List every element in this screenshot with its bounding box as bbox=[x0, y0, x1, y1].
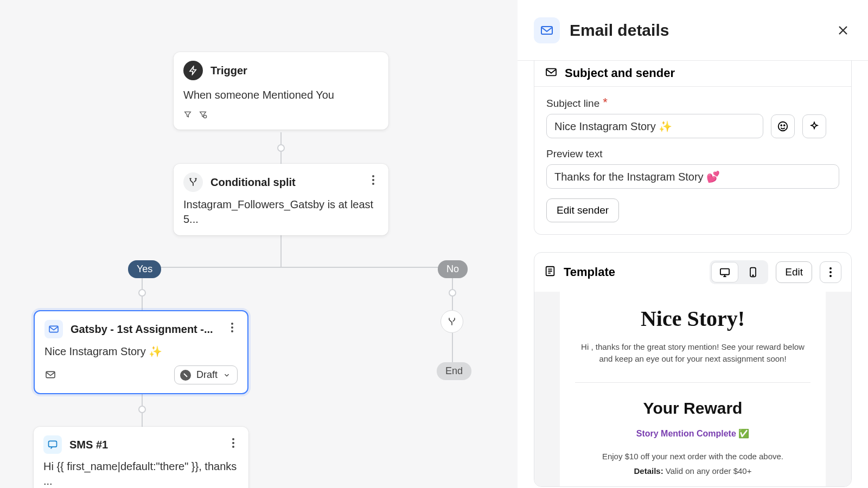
svg-rect-15 bbox=[49, 326, 58, 332]
email-node-subject: Nice Instagram Story ✨ bbox=[44, 345, 238, 358]
sms-node-body: Hi {{ first_name|default:"there" }}, tha… bbox=[43, 459, 239, 488]
svg-point-13 bbox=[372, 179, 374, 181]
preview-heading: Nice Story! bbox=[575, 306, 810, 331]
ai-generate-button[interactable] bbox=[802, 114, 826, 138]
email-status-dropdown[interactable]: Draft bbox=[174, 365, 238, 384]
panel-title: Email details bbox=[570, 21, 669, 40]
email-node-menu-button[interactable] bbox=[225, 320, 240, 335]
mail-icon bbox=[44, 320, 63, 338]
edit-sender-button[interactable]: Edit sender bbox=[546, 198, 619, 222]
svg-point-33 bbox=[829, 267, 832, 269]
svg-point-11 bbox=[203, 115, 206, 118]
sms-node[interactable]: SMS #1 Hi {{ first_name|default:"there" … bbox=[34, 427, 248, 488]
mobile-preview-button[interactable] bbox=[740, 262, 766, 282]
email-node-title: Gatsby - 1st Assignment -... bbox=[71, 323, 213, 336]
trigger-node[interactable]: Trigger When someone Mentioned You bbox=[174, 52, 388, 130]
email-badge-icon bbox=[44, 370, 58, 380]
svg-point-10 bbox=[139, 406, 145, 413]
svg-point-23 bbox=[232, 446, 234, 448]
subject-sender-heading: Subject and sender bbox=[565, 66, 675, 80]
split-title: Conditional split bbox=[210, 176, 296, 189]
template-heading: Template bbox=[564, 265, 702, 279]
subject-line-label: Subject line bbox=[546, 98, 599, 110]
template-preview-body: Nice Story! Hi , thanks for the great st… bbox=[560, 292, 826, 486]
svg-point-12 bbox=[372, 175, 374, 177]
desktop-preview-button[interactable] bbox=[712, 262, 738, 282]
preview-details: Details: Valid on any order $40+ bbox=[575, 466, 810, 476]
flow-canvas[interactable]: Trigger When someone Mentioned You Condi… bbox=[0, 0, 518, 488]
svg-point-26 bbox=[778, 121, 788, 131]
svg-point-1 bbox=[278, 145, 284, 151]
preview-text-label: Preview text bbox=[546, 148, 602, 160]
preview-intro: Hi , thanks for the great story mention!… bbox=[575, 341, 810, 365]
trigger-filter-icons bbox=[183, 110, 379, 121]
svg-point-21 bbox=[232, 438, 234, 440]
preview-device-segment bbox=[710, 260, 768, 284]
svg-point-27 bbox=[781, 125, 782, 126]
subject-line-input[interactable] bbox=[546, 114, 763, 138]
preview-divider bbox=[575, 382, 810, 383]
svg-point-34 bbox=[829, 271, 832, 273]
split-desc: Instagram_Followers_Gatsby is at least 5… bbox=[183, 197, 379, 227]
conditional-split-node[interactable]: Conditional split Instagram_Followers_Ga… bbox=[174, 164, 388, 235]
filter-icon[interactable] bbox=[183, 110, 192, 121]
split-icon bbox=[183, 172, 203, 192]
trigger-desc: When someone Mentioned You bbox=[183, 88, 379, 102]
branch-no-badge: No bbox=[438, 260, 468, 278]
sms-node-menu-button[interactable] bbox=[226, 435, 241, 451]
add-split-button[interactable] bbox=[441, 310, 463, 333]
svg-point-28 bbox=[784, 125, 785, 126]
branch-yes-badge: Yes bbox=[128, 260, 161, 278]
template-section: Template Edit Nice Story! Hi , thanks fo… bbox=[534, 252, 852, 487]
svg-point-6 bbox=[139, 290, 145, 296]
preview-subheading: Your Reward bbox=[575, 399, 810, 418]
svg-rect-20 bbox=[49, 441, 57, 447]
svg-point-14 bbox=[372, 183, 374, 185]
chevron-down-icon bbox=[223, 371, 231, 379]
required-asterisk: * bbox=[603, 100, 608, 112]
filter-profile-icon[interactable] bbox=[199, 110, 207, 121]
svg-point-17 bbox=[231, 323, 233, 325]
template-preview: Nice Story! Hi , thanks for the great st… bbox=[534, 292, 851, 486]
svg-rect-25 bbox=[546, 69, 556, 76]
trigger-title: Trigger bbox=[210, 65, 247, 77]
svg-point-18 bbox=[231, 326, 233, 329]
emoji-picker-button[interactable] bbox=[771, 114, 795, 138]
svg-point-7 bbox=[449, 290, 456, 296]
svg-point-22 bbox=[232, 442, 234, 444]
svg-rect-24 bbox=[541, 27, 552, 34]
panel-header: Email details bbox=[518, 0, 868, 61]
edit-template-button[interactable]: Edit bbox=[776, 261, 812, 283]
preview-text-input[interactable] bbox=[546, 164, 839, 189]
email-status-label: Draft bbox=[196, 369, 218, 381]
template-icon bbox=[544, 265, 556, 279]
sms-node-title: SMS #1 bbox=[69, 439, 108, 451]
close-button[interactable] bbox=[833, 21, 853, 40]
template-menu-button[interactable] bbox=[820, 261, 841, 283]
branch-end-badge: End bbox=[437, 362, 471, 380]
sms-icon bbox=[43, 435, 62, 454]
bolt-icon bbox=[183, 61, 203, 80]
preview-line1: Enjoy $10 off your next order with the c… bbox=[575, 452, 810, 461]
preview-badge: Story Mention Complete ✅ bbox=[575, 428, 810, 439]
split-menu-button[interactable] bbox=[366, 172, 381, 188]
email-details-panel: Email details Subject and sender Subject… bbox=[518, 0, 868, 488]
svg-point-19 bbox=[231, 330, 233, 332]
svg-rect-30 bbox=[720, 269, 729, 275]
svg-point-32 bbox=[752, 275, 754, 276]
mail-outline-icon bbox=[545, 66, 557, 80]
email-node[interactable]: Gatsby - 1st Assignment -... Nice Instag… bbox=[34, 310, 248, 394]
mail-icon bbox=[534, 17, 560, 43]
subject-sender-section: Subject and sender Subject line * Previe… bbox=[534, 60, 852, 235]
svg-point-35 bbox=[829, 275, 832, 277]
svg-rect-16 bbox=[46, 371, 55, 377]
status-dot-icon bbox=[180, 370, 191, 381]
